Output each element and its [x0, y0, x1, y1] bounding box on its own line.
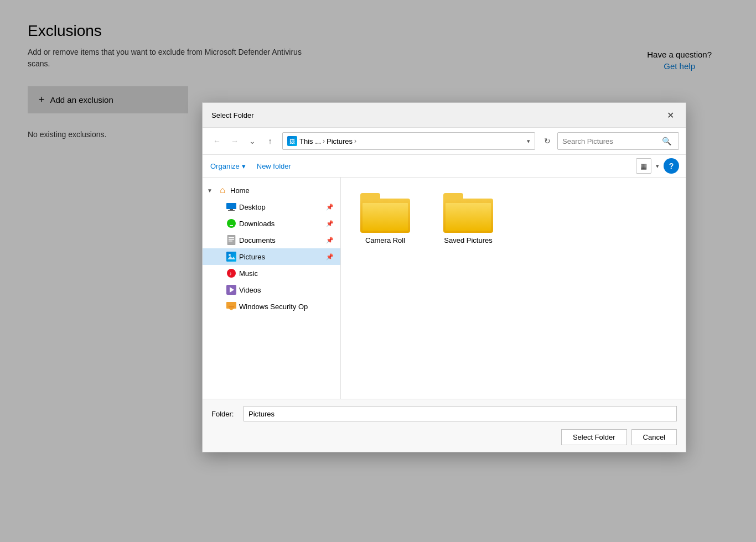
documents-label: Documents: [239, 236, 324, 244]
up-button[interactable]: ↑: [262, 133, 278, 149]
address-bar[interactable]: 🖼 This ... › Pictures › ▾: [282, 132, 535, 150]
svg-point-3: [227, 219, 236, 228]
downloads-label: Downloads: [239, 220, 324, 228]
help-button[interactable]: ?: [664, 158, 679, 174]
pictures-label: Pictures: [239, 253, 324, 261]
svg-point-13: [229, 254, 231, 256]
address-dropdown-arrow[interactable]: ▾: [527, 138, 530, 145]
folder-field-row: Folder:: [211, 406, 677, 421]
saved-pictures-icon: [443, 193, 493, 233]
dialog-sidebar: ▼ ⌂ Home Desktop 📌: [203, 178, 341, 399]
close-button[interactable]: ✕: [664, 108, 677, 122]
documents-icon: [226, 234, 237, 246]
documents-pin-icon: 📌: [326, 237, 334, 244]
svg-marker-21: [229, 309, 234, 310]
windows-security-label: Windows Security Op: [239, 303, 334, 311]
camera-roll-icon: [360, 193, 410, 233]
folder-saved-pictures[interactable]: Saved Pictures: [435, 189, 501, 250]
svg-rect-8: [229, 237, 234, 238]
music-icon: ♪: [226, 268, 237, 279]
folder-camera-roll[interactable]: Camera Roll: [352, 189, 418, 250]
forward-button[interactable]: →: [227, 133, 242, 149]
svg-text:♪: ♪: [229, 270, 232, 277]
svg-rect-0: [226, 203, 236, 209]
sidebar-item-pictures[interactable]: Pictures 📌: [203, 248, 340, 265]
view-dropdown-icon[interactable]: ▾: [656, 163, 659, 170]
footer-buttons: Select Folder Cancel: [211, 429, 677, 445]
sidebar-item-home[interactable]: ▼ ⌂ Home: [203, 182, 340, 199]
folder-value-input[interactable]: [244, 406, 677, 421]
dialog-titlebar: Select Folder ✕: [203, 103, 686, 128]
breadcrumb-part2: Pictures: [327, 137, 353, 145]
dialog-footer: Folder: Select Folder Cancel: [203, 399, 686, 452]
new-folder-label: New folder: [257, 162, 291, 170]
address-breadcrumb: This ... › Pictures ›: [299, 137, 356, 145]
pictures-pin-icon: 📌: [326, 253, 334, 260]
camera-roll-label: Camera Roll: [365, 236, 405, 246]
sidebar-item-music[interactable]: ♪ Music: [203, 265, 340, 282]
dialog-content: ▼ ⌂ Home Desktop 📌: [203, 178, 686, 399]
home-label: Home: [230, 186, 334, 195]
desktop-pin-icon: 📌: [326, 204, 334, 211]
organize-label: Organize: [210, 162, 240, 170]
cancel-button[interactable]: Cancel: [631, 429, 677, 445]
pictures-icon: [226, 251, 237, 262]
organize-button[interactable]: Organize ▾: [209, 160, 247, 173]
select-folder-dialog: Select Folder ✕ ← → ⌄ ↑ 🖼 This ... › Pic…: [202, 102, 686, 452]
sidebar-item-windows-security[interactable]: Windows Security Op: [203, 298, 340, 315]
organize-dropdown-icon: ▾: [242, 162, 246, 170]
address-bar-row: ← → ⌄ ↑ 🖼 This ... › Pictures › ▾ ↻ 🔍: [203, 128, 686, 155]
downloads-icon: [226, 218, 237, 229]
windows-security-icon: [226, 301, 237, 312]
view-icon: ▦: [640, 162, 647, 170]
recent-locations-button[interactable]: ⌄: [245, 133, 260, 149]
view-button[interactable]: ▦: [636, 158, 651, 174]
svg-rect-12: [226, 252, 236, 262]
dialog-title-text: Select Folder: [211, 111, 254, 119]
sidebar-item-desktop[interactable]: Desktop 📌: [203, 199, 340, 215]
svg-rect-9: [229, 239, 234, 240]
svg-rect-6: [227, 235, 235, 245]
svg-rect-19: [226, 302, 236, 309]
breadcrumb-sep2: ›: [354, 137, 356, 145]
svg-rect-10: [229, 241, 232, 242]
home-icon: ⌂: [217, 185, 228, 196]
pictures-address-icon: 🖼: [287, 136, 297, 146]
dialog-main-content: Camera Roll Saved Pictures: [341, 178, 686, 399]
home-expand-icon: ▼: [207, 187, 215, 194]
new-folder-button[interactable]: New folder: [256, 160, 292, 173]
breadcrumb-part1: This ...: [299, 137, 321, 145]
svg-rect-2: [228, 210, 235, 211]
select-folder-button[interactable]: Select Folder: [561, 429, 627, 445]
sidebar-item-videos[interactable]: Videos: [203, 282, 340, 298]
svg-rect-20: [229, 306, 234, 308]
sidebar-item-downloads[interactable]: Downloads 📌: [203, 215, 340, 232]
downloads-pin-icon: 📌: [326, 220, 334, 227]
breadcrumb-sep1: ›: [323, 137, 325, 145]
dialog-toolbar: Organize ▾ New folder ▦ ▾ ?: [203, 155, 686, 178]
desktop-icon: [226, 201, 237, 212]
videos-label: Videos: [239, 286, 334, 294]
saved-pictures-label: Saved Pictures: [444, 236, 492, 246]
folder-label: Folder:: [211, 410, 239, 418]
svg-rect-1: [230, 209, 233, 210]
svg-rect-5: [230, 225, 233, 226]
search-box[interactable]: 🔍: [557, 132, 679, 150]
sidebar-item-documents[interactable]: Documents 📌: [203, 232, 340, 248]
music-label: Music: [239, 269, 334, 278]
search-input[interactable]: [562, 137, 662, 145]
videos-icon: [226, 284, 237, 295]
back-button[interactable]: ←: [209, 133, 225, 149]
refresh-button[interactable]: ↻: [540, 133, 555, 149]
toolbar-right: ▦ ▾ ?: [636, 158, 679, 174]
desktop-label: Desktop: [239, 203, 324, 211]
search-icon: 🔍: [662, 137, 671, 145]
